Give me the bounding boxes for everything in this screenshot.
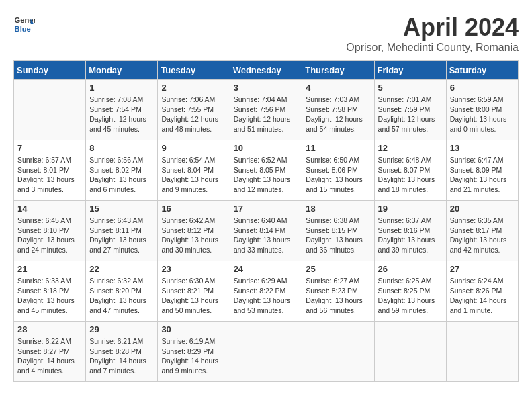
calendar-cell: 17Sunrise: 6:40 AM Sunset: 8:14 PM Dayli… — [230, 201, 302, 261]
calendar-cell — [374, 322, 446, 382]
day-info: Sunrise: 7:03 AM Sunset: 7:58 PM Dayligh… — [306, 95, 370, 134]
day-info: Sunrise: 6:24 AM Sunset: 8:26 PM Dayligh… — [450, 276, 515, 316]
day-info: Sunrise: 6:45 AM Sunset: 8:10 PM Dayligh… — [17, 216, 82, 255]
calendar-cell: 13Sunrise: 6:47 AM Sunset: 8:09 PM Dayli… — [446, 140, 518, 201]
calendar-cell: 1Sunrise: 7:08 AM Sunset: 7:54 PM Daylig… — [86, 80, 158, 140]
day-number: 29 — [89, 324, 154, 334]
day-number: 23 — [161, 264, 226, 274]
day-header-wednesday: Wednesday — [230, 61, 302, 80]
day-info: Sunrise: 6:27 AM Sunset: 8:23 PM Dayligh… — [306, 276, 370, 316]
day-number: 25 — [306, 264, 370, 274]
day-header-thursday: Thursday — [302, 61, 374, 80]
day-info: Sunrise: 6:21 AM Sunset: 8:28 PM Dayligh… — [89, 336, 154, 376]
day-number: 15 — [89, 203, 154, 214]
day-number: 3 — [234, 83, 299, 93]
day-number: 2 — [161, 83, 226, 93]
day-info: Sunrise: 6:22 AM Sunset: 8:27 PM Dayligh… — [17, 336, 82, 376]
calendar-cell — [446, 322, 518, 382]
calendar-table: SundayMondayTuesdayWednesdayThursdayFrid… — [13, 60, 519, 382]
calendar-cell: 28Sunrise: 6:22 AM Sunset: 8:27 PM Dayli… — [14, 322, 86, 382]
day-number: 20 — [450, 203, 515, 214]
day-number: 26 — [378, 264, 443, 274]
svg-text:Blue: Blue — [15, 25, 31, 33]
day-info: Sunrise: 6:43 AM Sunset: 8:11 PM Dayligh… — [89, 216, 154, 255]
page-header: General Blue April 2024 Oprisor, Mehedin… — [13, 13, 519, 54]
calendar-week-3: 14Sunrise: 6:45 AM Sunset: 8:10 PM Dayli… — [14, 201, 519, 261]
calendar-cell: 9Sunrise: 6:54 AM Sunset: 8:04 PM Daylig… — [158, 140, 230, 201]
calendar-cell: 30Sunrise: 6:19 AM Sunset: 8:29 PM Dayli… — [158, 322, 230, 382]
day-info: Sunrise: 7:06 AM Sunset: 7:55 PM Dayligh… — [161, 95, 226, 134]
calendar-cell: 15Sunrise: 6:43 AM Sunset: 8:11 PM Dayli… — [86, 201, 158, 261]
calendar-header-row: SundayMondayTuesdayWednesdayThursdayFrid… — [14, 61, 519, 80]
day-number: 9 — [161, 143, 226, 153]
calendar-cell: 26Sunrise: 6:25 AM Sunset: 8:25 PM Dayli… — [374, 261, 446, 322]
calendar-week-1: 1Sunrise: 7:08 AM Sunset: 7:54 PM Daylig… — [14, 80, 519, 140]
day-number: 21 — [17, 264, 82, 274]
title-area: April 2024 Oprisor, Mehedinti County, Ro… — [346, 13, 519, 54]
calendar-cell: 7Sunrise: 6:57 AM Sunset: 8:01 PM Daylig… — [14, 140, 86, 201]
calendar-cell: 10Sunrise: 6:52 AM Sunset: 8:05 PM Dayli… — [230, 140, 302, 201]
day-number: 14 — [17, 203, 82, 214]
calendar-cell: 11Sunrise: 6:50 AM Sunset: 8:06 PM Dayli… — [302, 140, 374, 201]
day-info: Sunrise: 7:04 AM Sunset: 7:56 PM Dayligh… — [234, 95, 299, 134]
day-number: 22 — [89, 264, 154, 274]
day-info: Sunrise: 6:35 AM Sunset: 8:17 PM Dayligh… — [450, 216, 515, 255]
calendar-week-4: 21Sunrise: 6:33 AM Sunset: 8:18 PM Dayli… — [14, 261, 519, 322]
calendar-cell: 6Sunrise: 6:59 AM Sunset: 8:00 PM Daylig… — [446, 80, 518, 140]
day-number: 24 — [234, 264, 299, 274]
day-number: 7 — [17, 143, 82, 153]
calendar-cell: 29Sunrise: 6:21 AM Sunset: 8:28 PM Dayli… — [86, 322, 158, 382]
day-info: Sunrise: 6:50 AM Sunset: 8:06 PM Dayligh… — [306, 155, 370, 195]
day-header-tuesday: Tuesday — [158, 61, 230, 80]
calendar-cell: 3Sunrise: 7:04 AM Sunset: 7:56 PM Daylig… — [230, 80, 302, 140]
day-info: Sunrise: 6:52 AM Sunset: 8:05 PM Dayligh… — [234, 155, 299, 195]
day-number: 8 — [89, 143, 154, 153]
day-info: Sunrise: 6:32 AM Sunset: 8:20 PM Dayligh… — [89, 276, 154, 316]
day-number: 19 — [378, 203, 443, 214]
calendar-cell: 19Sunrise: 6:37 AM Sunset: 8:16 PM Dayli… — [374, 201, 446, 261]
day-number: 1 — [89, 83, 154, 93]
day-info: Sunrise: 6:57 AM Sunset: 8:01 PM Dayligh… — [17, 155, 82, 195]
day-info: Sunrise: 7:01 AM Sunset: 7:59 PM Dayligh… — [378, 95, 443, 134]
day-info: Sunrise: 6:38 AM Sunset: 8:15 PM Dayligh… — [306, 216, 370, 255]
day-number: 6 — [450, 83, 515, 93]
day-info: Sunrise: 6:40 AM Sunset: 8:14 PM Dayligh… — [234, 216, 299, 255]
day-number: 16 — [161, 203, 226, 214]
day-number: 4 — [306, 83, 370, 93]
calendar-cell: 8Sunrise: 6:56 AM Sunset: 8:02 PM Daylig… — [86, 140, 158, 201]
day-number: 13 — [450, 143, 515, 153]
day-info: Sunrise: 6:29 AM Sunset: 8:22 PM Dayligh… — [234, 276, 299, 316]
calendar-cell: 22Sunrise: 6:32 AM Sunset: 8:20 PM Dayli… — [86, 261, 158, 322]
day-header-friday: Friday — [374, 61, 446, 80]
calendar-cell: 25Sunrise: 6:27 AM Sunset: 8:23 PM Dayli… — [302, 261, 374, 322]
day-number: 30 — [161, 324, 226, 334]
day-info: Sunrise: 6:56 AM Sunset: 8:02 PM Dayligh… — [89, 155, 154, 195]
calendar-cell: 12Sunrise: 6:48 AM Sunset: 8:07 PM Dayli… — [374, 140, 446, 201]
day-info: Sunrise: 6:30 AM Sunset: 8:21 PM Dayligh… — [161, 276, 226, 316]
calendar-cell: 2Sunrise: 7:06 AM Sunset: 7:55 PM Daylig… — [158, 80, 230, 140]
day-number: 10 — [234, 143, 299, 153]
day-info: Sunrise: 6:42 AM Sunset: 8:12 PM Dayligh… — [161, 216, 226, 255]
month-title: April 2024 — [346, 13, 519, 42]
calendar-cell: 16Sunrise: 6:42 AM Sunset: 8:12 PM Dayli… — [158, 201, 230, 261]
day-info: Sunrise: 7:08 AM Sunset: 7:54 PM Dayligh… — [89, 95, 154, 134]
day-info: Sunrise: 6:19 AM Sunset: 8:29 PM Dayligh… — [161, 336, 226, 376]
calendar-cell: 5Sunrise: 7:01 AM Sunset: 7:59 PM Daylig… — [374, 80, 446, 140]
calendar-cell: 14Sunrise: 6:45 AM Sunset: 8:10 PM Dayli… — [14, 201, 86, 261]
day-info: Sunrise: 6:25 AM Sunset: 8:25 PM Dayligh… — [378, 276, 443, 316]
day-info: Sunrise: 6:48 AM Sunset: 8:07 PM Dayligh… — [378, 155, 443, 195]
logo-icon: General Blue — [13, 13, 35, 35]
day-header-monday: Monday — [86, 61, 158, 80]
logo: General Blue — [13, 13, 35, 35]
calendar-week-5: 28Sunrise: 6:22 AM Sunset: 8:27 PM Dayli… — [14, 322, 519, 382]
day-info: Sunrise: 6:37 AM Sunset: 8:16 PM Dayligh… — [378, 216, 443, 255]
day-number: 5 — [378, 83, 443, 93]
calendar-body: 1Sunrise: 7:08 AM Sunset: 7:54 PM Daylig… — [14, 80, 519, 382]
day-number: 28 — [17, 324, 82, 334]
calendar-cell: 27Sunrise: 6:24 AM Sunset: 8:26 PM Dayli… — [446, 261, 518, 322]
calendar-cell — [14, 80, 86, 140]
day-number: 11 — [306, 143, 370, 153]
calendar-cell: 4Sunrise: 7:03 AM Sunset: 7:58 PM Daylig… — [302, 80, 374, 140]
day-header-sunday: Sunday — [14, 61, 86, 80]
day-header-saturday: Saturday — [446, 61, 518, 80]
